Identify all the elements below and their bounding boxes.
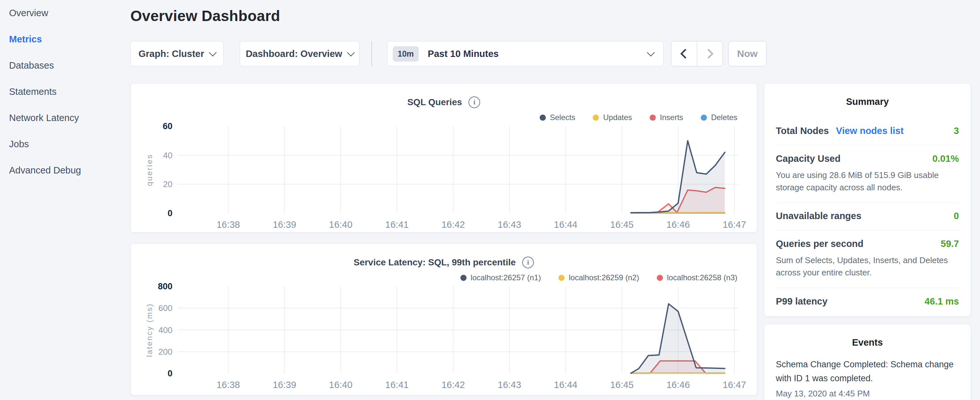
- sidebar-item-advanced-debug[interactable]: Advanced Debug: [0, 157, 129, 183]
- metric-value: 0.01%: [932, 153, 959, 164]
- metric-row-unavailable-ranges: Unavailable ranges 0: [776, 202, 959, 230]
- y-tick-label: 40: [163, 150, 172, 160]
- metric-row-queries-per-second: Queries per second 59.7 Sum of Selects, …: [776, 230, 959, 287]
- time-range-badge: 10m: [393, 46, 418, 62]
- x-tick-label: 16:46: [667, 220, 690, 230]
- x-tick-label: 16:40: [329, 379, 353, 390]
- x-tick-label: 16:40: [329, 220, 353, 230]
- x-tick-label: 16:43: [498, 220, 521, 230]
- x-tick-label: 16:42: [441, 220, 465, 230]
- now-button[interactable]: Now: [728, 41, 767, 66]
- controls-bar: Graph: Cluster Dashboard: Overview 10m P…: [130, 41, 767, 66]
- next-range-button[interactable]: [697, 41, 723, 66]
- dashboard-dropdown[interactable]: Dashboard: Overview: [240, 41, 360, 66]
- controls-divider: [371, 41, 372, 66]
- x-tick-label: 16:46: [667, 379, 690, 390]
- event-item[interactable]: Schema Change Completed: Schema change w…: [764, 348, 970, 399]
- sidebar-item-overview[interactable]: Overview: [0, 0, 129, 26]
- metric-label: Capacity Used: [776, 153, 840, 164]
- summary-title: Summary: [764, 96, 970, 107]
- x-tick-label: 16:39: [273, 220, 296, 230]
- x-tick-label: 16:44: [554, 379, 578, 390]
- time-step-buttons: [671, 41, 723, 66]
- view-nodes-list-link[interactable]: View nodes list: [836, 126, 904, 136]
- y-tick-label: 0: [168, 369, 172, 378]
- metric-value: 59.7: [941, 239, 959, 249]
- summary-panel: Summary Total Nodes View nodes list 3 Ca…: [764, 83, 971, 317]
- sidebar-item-jobs[interactable]: Jobs: [0, 131, 129, 157]
- metric-description: Sum of Selects, Updates, Inserts, and De…: [776, 254, 959, 279]
- graph-dropdown[interactable]: Graph: Cluster: [130, 41, 224, 66]
- series-area: [631, 304, 725, 373]
- x-tick-label: 16:45: [610, 220, 634, 230]
- x-tick-label: 16:41: [385, 220, 409, 230]
- sidebar: Overview Metrics Databases Statements Ne…: [0, 0, 129, 400]
- summary-metrics: Total Nodes View nodes list 3 Capacity U…: [764, 118, 970, 316]
- metric-label: Queries per second: [776, 239, 864, 249]
- metric-row-p99-latency: P99 latency 46.1 ms: [776, 288, 959, 316]
- metric-value: 46.1 ms: [925, 296, 959, 307]
- events-title: Events: [764, 337, 970, 348]
- y-tick-label: 20: [163, 179, 172, 189]
- metric-label: Total Nodes: [776, 126, 829, 136]
- x-tick-label: 16:45: [610, 379, 634, 390]
- y-tick-label: 200: [159, 347, 172, 357]
- event-timestamp: May 13, 2020 at 4:45 PM: [776, 389, 959, 399]
- sql-queries-chart-card: SQL Queries i SelectsUpdatesInsertsDelet…: [130, 83, 757, 233]
- metric-label: P99 latency: [776, 296, 827, 307]
- x-tick-label: 16:43: [498, 379, 521, 390]
- x-tick-label: 16:38: [216, 220, 240, 230]
- y-tick-label: 0: [168, 209, 172, 218]
- events-panel: Events Schema Change Completed: Schema c…: [764, 324, 971, 400]
- metric-description: You are using 28.6 MiB of 515.9 GiB usab…: [776, 169, 959, 193]
- chevron-down-icon: [209, 49, 216, 56]
- page-title: Overview Dashboard: [130, 7, 280, 25]
- service-latency-chart-card: Service Latency: SQL, 99th percentile i …: [130, 243, 757, 395]
- x-tick-label: 16:42: [441, 379, 465, 390]
- chevron-left-icon: [680, 49, 690, 59]
- x-tick-label: 16:38: [216, 379, 240, 390]
- dashboard-dropdown-label: Dashboard: Overview: [245, 49, 342, 59]
- x-tick-label: 16:39: [273, 379, 296, 390]
- metric-value: 3: [954, 126, 959, 136]
- metric-value: 0: [954, 211, 959, 222]
- chevron-right-icon: [703, 49, 713, 59]
- y-tick-label: 60: [163, 121, 172, 131]
- graph-dropdown-label: Graph: Cluster: [138, 49, 204, 59]
- chevron-down-icon: [647, 49, 654, 56]
- x-tick-label: 16:41: [385, 379, 409, 390]
- app-root: Overview Metrics Databases Statements Ne…: [0, 0, 980, 400]
- event-message: Schema Change Completed: Schema change w…: [776, 358, 959, 386]
- x-tick-label: 16:47: [723, 379, 746, 390]
- sidebar-item-statements[interactable]: Statements: [0, 79, 129, 105]
- y-tick-label: 800: [158, 282, 172, 291]
- time-range-selector[interactable]: 10m Past 10 Minutes: [387, 41, 663, 66]
- metric-label: Unavailable ranges: [776, 211, 861, 222]
- y-tick-label: 400: [159, 325, 172, 335]
- metric-row-capacity-used: Capacity Used 0.01% You are using 28.6 M…: [776, 145, 959, 202]
- previous-range-button[interactable]: [671, 41, 697, 66]
- sidebar-item-databases[interactable]: Databases: [0, 53, 129, 79]
- time-range-label: Past 10 Minutes: [428, 49, 648, 59]
- x-tick-label: 16:44: [554, 220, 578, 230]
- sidebar-item-metrics[interactable]: Metrics: [0, 26, 129, 53]
- x-tick-label: 16:47: [723, 220, 746, 230]
- chevron-down-icon: [347, 49, 355, 56]
- sidebar-item-network-latency[interactable]: Network Latency: [0, 105, 129, 131]
- metric-row-total-nodes: Total Nodes View nodes list 3: [776, 118, 959, 145]
- y-tick-label: 600: [159, 303, 172, 313]
